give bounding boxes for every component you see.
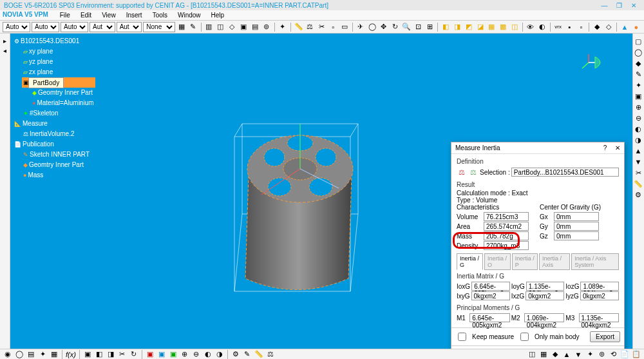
cube7-icon[interactable]: ◫: [509, 22, 520, 32]
cube4-icon[interactable]: ◪: [475, 22, 486, 32]
menu-view[interactable]: View: [98, 11, 120, 19]
tab-inertia-axis-system[interactable]: Inertia / Axis System: [571, 253, 619, 270]
rt-icon-12[interactable]: ▼: [633, 157, 643, 167]
sb-icon[interactable]: ⚙: [231, 349, 241, 360]
sb-icon[interactable]: ⊕: [180, 349, 190, 360]
menu-file[interactable]: File: [56, 11, 74, 19]
sb-icon[interactable]: ▣: [156, 349, 167, 360]
cube5-icon[interactable]: ▦: [487, 22, 497, 32]
tab-inertia-p[interactable]: Inertia / P: [512, 253, 538, 270]
tree-node[interactable]: ▱yz plane: [22, 57, 95, 67]
clip-icon[interactable]: ✂: [316, 22, 327, 32]
dialog-close-button[interactable]: ✕: [615, 144, 620, 151]
lt-icon-2[interactable]: ◂: [0, 46, 9, 55]
sb-icon[interactable]: ▦: [49, 349, 59, 360]
ioxg-field[interactable]: 6.645e-005kgxm2: [471, 282, 510, 291]
m3-field[interactable]: 1.135e-004kgxm2: [579, 313, 620, 322]
rt-icon-10[interactable]: ◑: [633, 135, 643, 145]
sb-icon[interactable]: ↻: [129, 349, 139, 360]
dialog-titlebar[interactable]: Measure Inertia ? ✕: [451, 142, 624, 154]
selection-field[interactable]: PartBody...B10215543.DES001: [511, 168, 619, 177]
sb-icon[interactable]: ✦: [585, 349, 595, 360]
inertia-body-icon[interactable]: ⚖: [457, 167, 467, 177]
layers-icon[interactable]: ◫: [215, 22, 225, 32]
iyzg-field[interactable]: 0kgxm2: [580, 291, 619, 300]
sb-icon[interactable]: 📋: [631, 349, 641, 360]
grid-icon[interactable]: ▥: [204, 22, 214, 32]
sb-icon[interactable]: ▤: [26, 349, 36, 360]
cube1-icon[interactable]: ◧: [440, 22, 451, 32]
sb-icon[interactable]: ◧: [94, 349, 104, 360]
sb-icon[interactable]: ◐: [203, 349, 213, 360]
box-icon[interactable]: ▣: [238, 22, 249, 32]
rt-icon-8[interactable]: ⊖: [633, 113, 643, 123]
sb-icon[interactable]: ⚖: [265, 349, 276, 360]
sb-icon[interactable]: 📄: [620, 349, 630, 360]
sb-icon[interactable]: ▲: [562, 349, 572, 360]
sb-icon[interactable]: ⊖: [191, 349, 202, 360]
rt-icon-15[interactable]: ⚙: [633, 189, 643, 200]
gz-field[interactable]: 0mm: [554, 231, 599, 240]
sb-icon[interactable]: ▦: [538, 349, 549, 360]
menu-tools[interactable]: Tools: [149, 11, 171, 19]
zoomin-icon[interactable]: 🔍: [401, 22, 412, 32]
target-icon[interactable]: ⊚: [261, 22, 272, 32]
sb-icon[interactable]: ◫: [527, 349, 537, 360]
rt-icon-2[interactable]: ◯: [633, 47, 643, 57]
view1-icon[interactable]: ▫: [328, 22, 338, 32]
select-auto-3[interactable]: Auto: [61, 22, 88, 32]
misc1-icon[interactable]: ▪: [565, 22, 575, 32]
only-main-checkbox[interactable]: [520, 333, 529, 341]
misc5-icon[interactable]: ▲: [620, 22, 630, 32]
palette-icon[interactable]: ▦: [176, 22, 187, 32]
sb-icon[interactable]: 📏: [254, 349, 264, 360]
sb-icon[interactable]: ◯: [14, 349, 24, 360]
axis-icon[interactable]: ✦: [278, 22, 288, 32]
ixzg-field[interactable]: 0kgxm2: [526, 291, 564, 300]
sb-icon[interactable]: ⊚: [596, 349, 607, 360]
tree-node[interactable]: ●Mass: [22, 170, 95, 180]
iozg-field[interactable]: 1.089e-004kgxm2: [580, 282, 619, 291]
rt-icon-13[interactable]: ✂: [633, 168, 643, 178]
misc4-icon[interactable]: ◇: [603, 22, 614, 32]
export-button[interactable]: Export: [590, 331, 620, 342]
m2-field[interactable]: 1.069e-004kgxm2: [524, 313, 565, 322]
vis2-icon[interactable]: ◐: [537, 22, 547, 32]
sb-icon[interactable]: ◨: [106, 349, 116, 360]
sb-icon[interactable]: ⟲: [608, 349, 618, 360]
cube3-icon[interactable]: ◩: [464, 22, 474, 32]
dialog-help-button[interactable]: ?: [603, 144, 607, 151]
gy-field[interactable]: 0mm: [554, 222, 599, 231]
rt-icon-7[interactable]: ⊕: [633, 102, 643, 112]
tree-node[interactable]: ●Material=Aluminium: [31, 98, 95, 108]
rt-icon-5[interactable]: ✦: [633, 80, 643, 90]
tree-node[interactable]: ✎Sketch INNER PART: [22, 150, 95, 160]
minimize-button[interactable]: —: [598, 2, 611, 9]
tab-inertia-o[interactable]: Inertia / O: [484, 253, 511, 270]
tab-inertia-g[interactable]: Inertia / G: [457, 253, 483, 270]
tree-root[interactable]: ⚙B10215543.DES001: [13, 36, 95, 46]
select-auto-1[interactable]: Auto: [3, 22, 30, 32]
cube2-icon[interactable]: ◨: [452, 22, 462, 32]
normal-icon[interactable]: ⊡: [413, 22, 423, 32]
menu-window[interactable]: Window: [174, 11, 205, 19]
sb-icon[interactable]: ▣: [82, 349, 93, 360]
inertia-surf-icon[interactable]: ⚖: [468, 167, 478, 177]
fit-icon[interactable]: ◯: [367, 22, 377, 32]
keep-measure-checkbox[interactable]: [458, 333, 466, 341]
rt-icon-1[interactable]: ▢: [633, 36, 643, 46]
rt-icon-14[interactable]: 📏: [633, 179, 643, 189]
vrx-icon[interactable]: vrx: [553, 22, 564, 32]
cube6-icon[interactable]: ▩: [498, 22, 508, 32]
rt-icon-4[interactable]: ✎: [633, 69, 643, 79]
balance-icon[interactable]: ⚖: [305, 22, 316, 32]
tree-node[interactable]: ⚖InertiaVolume.2: [22, 129, 95, 139]
layers2-icon[interactable]: ▤: [250, 22, 260, 32]
pan-icon[interactable]: ✥: [379, 22, 389, 32]
density-field[interactable]: 2700kg_m3: [484, 241, 529, 250]
sb-icon[interactable]: ▣: [168, 349, 178, 360]
m1-field[interactable]: 6.645e-005kgxm2: [469, 313, 510, 322]
tree-node[interactable]: ◆Geomtry Inner Part: [22, 160, 95, 170]
rt-icon-3[interactable]: ◆: [633, 58, 643, 68]
maximize-button[interactable]: ❐: [612, 2, 625, 9]
